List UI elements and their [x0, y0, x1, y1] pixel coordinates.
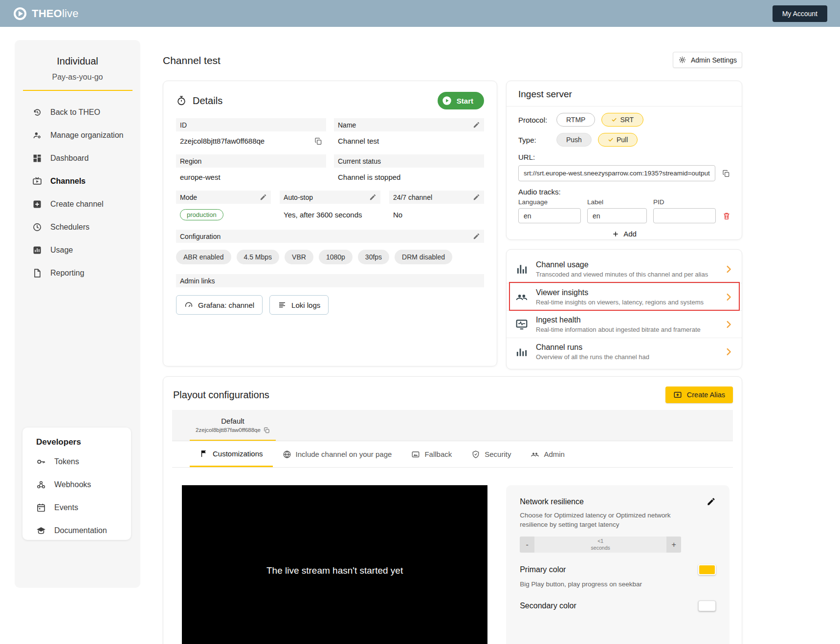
config-chip: DRM disabled [395, 250, 452, 264]
alias-id: 2zejcol8bjtt87faw0ff688qe [196, 427, 261, 433]
audio-pid-input[interactable] [653, 208, 716, 223]
sidebar-item-back-to-theo[interactable]: Back to THEO [32, 107, 140, 117]
production-badge: production [180, 209, 223, 220]
sidebar-item-documentation[interactable]: Documentation [36, 526, 131, 536]
ingest-server-card: Ingest server Protocol: RTMP SRT Type: P… [506, 81, 742, 240]
audio-language-header: Language [518, 198, 581, 208]
sidebar-item-manage-organization[interactable]: Manage organization [32, 130, 140, 140]
playout-configurations-card: Playout configurations Create Alias Defa… [163, 376, 742, 644]
create-alias-button[interactable]: Create Alias [665, 386, 733, 403]
config-chip: 30fps [358, 250, 389, 264]
latency-value-display: <1 seconds [534, 537, 666, 553]
start-button[interactable]: Start [438, 92, 484, 109]
latency-stepper: - <1 seconds + [520, 537, 681, 553]
document-icon [32, 268, 42, 278]
channel-runs-link[interactable]: Channel runs Overview of all the runs th… [507, 338, 742, 365]
playout-tabs: Customizations Include channel on your p… [172, 441, 733, 468]
primary-color-title: Primary color [520, 565, 566, 574]
edit-mode-icon[interactable] [260, 193, 267, 201]
sidebar-item-label: Events [54, 503, 78, 512]
shield-icon [471, 450, 480, 459]
copy-id-icon[interactable] [314, 137, 322, 145]
loki-logs-button[interactable]: Loki logs [269, 295, 329, 315]
primary-color-swatch[interactable] [698, 564, 716, 575]
type-pull-chip[interactable]: Pull [598, 133, 638, 147]
protocol-srt-chip[interactable]: SRT [601, 113, 643, 127]
add-audio-track-button[interactable]: Add [612, 230, 637, 238]
name-value: Channel test [334, 131, 484, 154]
url-label: URL: [518, 153, 730, 161]
tab-admin[interactable]: Admin [521, 441, 575, 467]
latency-decrease-button[interactable]: - [520, 537, 534, 553]
tab-customizations[interactable]: Customizations [190, 441, 273, 467]
type-push-chip[interactable]: Push [556, 133, 592, 147]
plan-title: Individual [15, 56, 140, 67]
check-icon [611, 117, 617, 123]
ingest-health-link[interactable]: Ingest health Real-time information abou… [507, 310, 742, 338]
audio-tracks-label: Audio tracks: [518, 188, 730, 196]
sidebar-item-tokens[interactable]: Tokens [36, 457, 131, 467]
tab-fallback[interactable]: Fallback [401, 441, 462, 467]
people-icon [515, 291, 528, 303]
brand-text: THEOlive [32, 7, 79, 20]
viewer-insights-link[interactable]: Viewer insights Real-time insights on vi… [507, 283, 742, 310]
tab-security[interactable]: Security [462, 441, 521, 467]
ingest-server-title: Ingest server [507, 89, 742, 107]
secondary-color-swatch[interactable] [698, 601, 716, 611]
link-title: Ingest health [536, 316, 715, 324]
brand[interactable]: THEOlive [13, 6, 79, 21]
copy-url-icon[interactable] [722, 170, 730, 177]
chevron-right-icon [723, 292, 734, 302]
audio-label-input[interactable] [587, 208, 647, 223]
protocol-rtmp-chip[interactable]: RTMP [556, 113, 595, 127]
link-title: Channel runs [536, 343, 715, 352]
history-icon [32, 107, 42, 117]
details-card: Details Start ID Name 2zejcol8bjtt87faw0… [163, 81, 497, 366]
tab-include-channel[interactable]: Include channel on your page [273, 441, 402, 467]
audio-pid-header: PID [653, 198, 716, 208]
audio-language-input[interactable] [518, 208, 581, 223]
flag-icon [199, 449, 208, 458]
admin-settings-button[interactable]: Admin Settings [673, 52, 742, 68]
graduation-cap-icon [36, 526, 46, 536]
my-account-button[interactable]: My Account [773, 5, 827, 22]
organization-icon [32, 130, 42, 140]
edit-autostop-icon[interactable] [369, 193, 376, 201]
playout-title: Playout configurations [173, 389, 269, 401]
sidebar-item-dashboard[interactable]: Dashboard [32, 153, 140, 163]
topbar: THEOlive My Account [0, 0, 840, 27]
runs-chart-icon [515, 345, 528, 358]
sidebar-item-label: Tokens [54, 457, 79, 466]
timer-icon [176, 95, 187, 106]
sidebar-item-label: Documentation [54, 526, 107, 535]
sidebar-item-events[interactable]: Events [36, 503, 131, 513]
sidebar-item-create-channel[interactable]: Create channel [32, 199, 140, 209]
sidebar-item-webhooks[interactable]: Webhooks [36, 480, 131, 490]
latency-increase-button[interactable]: + [666, 537, 681, 553]
ingest-url-input[interactable] [518, 165, 715, 181]
sidebar-item-reporting[interactable]: Reporting [32, 268, 140, 278]
edit-network-resilience-icon[interactable] [707, 497, 716, 506]
copy-alias-id-icon[interactable] [264, 427, 270, 433]
grafana-channel-button[interactable]: Grafana: channel [176, 295, 263, 315]
edit-configuration-icon[interactable] [473, 233, 480, 240]
delete-audio-track-icon[interactable] [722, 212, 731, 220]
sidebar-item-schedulers[interactable]: Schedulers [32, 222, 140, 232]
config-chip: VBR [285, 250, 313, 264]
sidebar-item-channels[interactable]: Channels [32, 176, 140, 186]
sidebar-item-usage[interactable]: Usage [32, 245, 140, 255]
id-value-row: 2zejcol8bjtt87faw0ff688qe [176, 131, 326, 154]
alias-tab-default[interactable]: Default 2zejcol8bjtt87faw0ff688qe [190, 410, 276, 441]
configuration-label: Configuration [176, 230, 484, 243]
customization-settings-panel: Network resilience Choose for Optimized … [506, 485, 729, 644]
sidebar-item-label: Channels [50, 177, 86, 186]
video-player[interactable]: The live stream hasn't started yet [182, 485, 487, 644]
edit-name-icon[interactable] [473, 121, 480, 129]
edit-channel247-icon[interactable] [473, 193, 480, 201]
channel-links-card: Channel usage Transcoded and viewed minu… [506, 249, 742, 369]
developers-card: Developers Tokens Webhooks Events Docume… [22, 428, 131, 540]
globe-icon [283, 450, 291, 459]
status-label: Current status [334, 154, 484, 168]
autostop-value: Yes, after 3600 seconds [280, 204, 380, 230]
channel-usage-link[interactable]: Channel usage Transcoded and viewed minu… [507, 256, 742, 283]
